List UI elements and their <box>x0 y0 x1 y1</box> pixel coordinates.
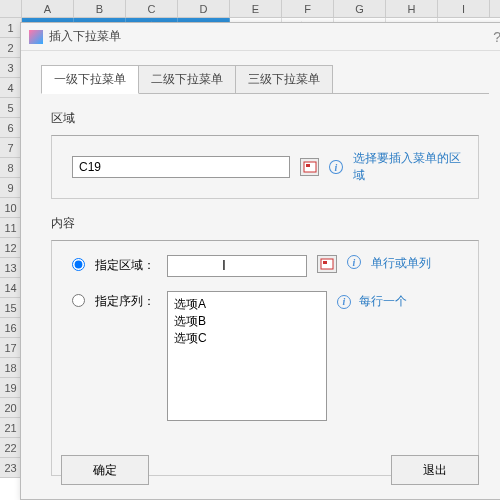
row-header[interactable]: 19 <box>0 378 22 398</box>
row-header[interactable]: 4 <box>0 78 22 98</box>
row-header[interactable]: 8 <box>0 158 22 178</box>
col-header[interactable]: A <box>22 0 74 17</box>
app-icon <box>29 30 43 44</box>
seq-hint: 每行一个 <box>359 293 407 310</box>
col-header[interactable]: C <box>126 0 178 17</box>
row-header[interactable]: 5 <box>0 98 22 118</box>
region-section-label: 区域 <box>51 110 479 127</box>
corner-cell[interactable] <box>0 0 22 17</box>
row-header[interactable]: 10 <box>0 198 22 218</box>
range-picker-button[interactable] <box>317 255 337 273</box>
row-header[interactable]: 13 <box>0 258 22 278</box>
radio-specify-area[interactable] <box>72 258 85 271</box>
dialog-titlebar[interactable]: 插入下拉菜单 ? <box>21 23 500 51</box>
col-header[interactable]: D <box>178 0 230 17</box>
row-header[interactable]: 2 <box>0 38 22 58</box>
tab-level2[interactable]: 二级下拉菜单 <box>138 65 236 94</box>
col-header[interactable]: H <box>386 0 438 17</box>
tab-level1[interactable]: 一级下拉菜单 <box>41 65 139 94</box>
row-header[interactable]: 1 <box>0 18 22 38</box>
col-header[interactable]: I <box>438 0 490 17</box>
radio-seq-label: 指定序列： <box>95 291 157 310</box>
row-header[interactable]: 22 <box>0 438 22 458</box>
row-header[interactable]: 12 <box>0 238 22 258</box>
row-header[interactable]: 23 <box>0 458 22 478</box>
col-header[interactable]: G <box>334 0 386 17</box>
area-hint: 单行或单列 <box>371 255 431 272</box>
row-header[interactable]: 6 <box>0 118 22 138</box>
row-header[interactable]: 14 <box>0 278 22 298</box>
tab-level3[interactable]: 三级下拉菜单 <box>235 65 333 94</box>
col-header[interactable]: B <box>74 0 126 17</box>
range-picker-icon <box>320 258 334 270</box>
help-icon[interactable]: ? <box>493 29 500 45</box>
info-icon: i <box>329 160 342 174</box>
row-header[interactable]: 21 <box>0 418 22 438</box>
content-section-label: 内容 <box>51 215 479 232</box>
info-icon: i <box>347 255 361 269</box>
row-header[interactable]: 9 <box>0 178 22 198</box>
row-header[interactable]: 16 <box>0 318 22 338</box>
range-picker-button[interactable] <box>300 158 319 176</box>
col-header[interactable]: F <box>282 0 334 17</box>
info-icon: i <box>337 295 351 309</box>
ok-button[interactable]: 确定 <box>61 455 149 485</box>
svg-rect-1 <box>306 164 310 167</box>
exit-button[interactable]: 退出 <box>391 455 479 485</box>
dialog-title: 插入下拉菜单 <box>49 28 493 45</box>
radio-area-label: 指定区域： <box>95 255 157 274</box>
col-header[interactable]: E <box>230 0 282 17</box>
insert-dropdown-dialog: 插入下拉菜单 ? 一级下拉菜单 二级下拉菜单 三级下拉菜单 区域 i 选择要插入… <box>20 22 500 500</box>
row-header[interactable]: 7 <box>0 138 22 158</box>
row-header[interactable]: 15 <box>0 298 22 318</box>
svg-rect-3 <box>323 261 327 264</box>
tab-strip: 一级下拉菜单 二级下拉菜单 三级下拉菜单 <box>41 65 500 94</box>
row-header[interactable]: 3 <box>0 58 22 78</box>
radio-specify-sequence[interactable] <box>72 294 85 307</box>
sequence-textarea[interactable] <box>167 291 327 421</box>
text-cursor-icon: I <box>222 257 226 273</box>
region-input[interactable] <box>72 156 290 178</box>
row-header[interactable]: 11 <box>0 218 22 238</box>
area-input[interactable] <box>167 255 307 277</box>
row-header[interactable]: 17 <box>0 338 22 358</box>
row-header[interactable]: 18 <box>0 358 22 378</box>
region-hint: 选择要插入菜单的区域 <box>353 150 466 184</box>
row-header[interactable]: 20 <box>0 398 22 418</box>
range-picker-icon <box>303 161 317 173</box>
